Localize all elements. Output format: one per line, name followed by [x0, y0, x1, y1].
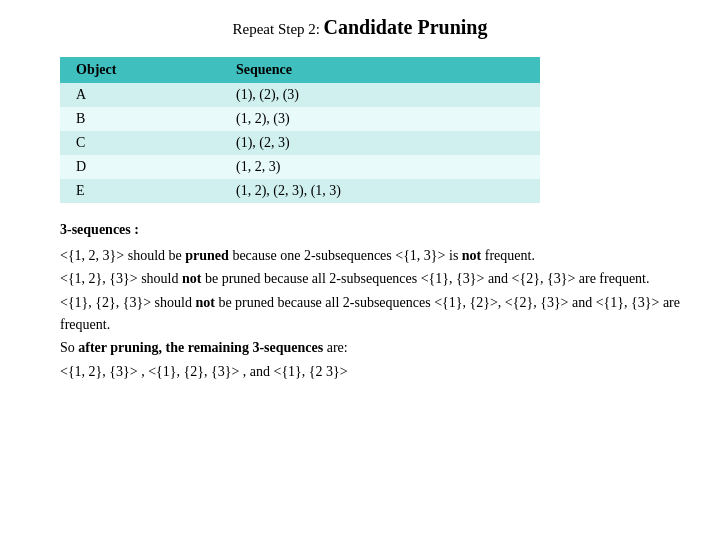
header-sequence: Sequence [220, 57, 540, 83]
table-row: D(1, 2, 3) [60, 155, 540, 179]
sequence-table: Object Sequence A(1), (2), (3)B(1, 2), (… [60, 57, 540, 203]
page: Repeat Step 2: Candidate Pruning Object … [0, 0, 720, 540]
title-prefix: Repeat Step 2: [233, 21, 320, 37]
title-area: Repeat Step 2: Candidate Pruning [40, 10, 680, 39]
cell-sequence: (1, 2), (3) [220, 107, 540, 131]
cell-sequence: (1, 2), (2, 3), (1, 3) [220, 179, 540, 203]
cell-sequence: (1), (2), (3) [220, 83, 540, 107]
paragraph-p2: <{1, 2}, {3}> should not be pruned becau… [60, 268, 680, 290]
cell-object: C [60, 131, 220, 155]
section-label: 3-sequences : [60, 219, 680, 241]
cell-sequence: (1, 2, 3) [220, 155, 540, 179]
paragraph-p3: <{1}, {2}, {3}> should not be pruned bec… [60, 292, 680, 335]
paragraph-p5: <{1, 2}, {3}> , <{1}, {2}, {3}> , and <{… [60, 361, 680, 383]
cell-object: B [60, 107, 220, 131]
cell-object: E [60, 179, 220, 203]
table-row: B(1, 2), (3) [60, 107, 540, 131]
cell-sequence: (1), (2, 3) [220, 131, 540, 155]
title-main: Candidate Pruning [324, 16, 488, 38]
cell-object: A [60, 83, 220, 107]
content-area: 3-sequences : <{1, 2, 3}> should be prun… [60, 219, 680, 383]
header-object: Object [60, 57, 220, 83]
paragraph-p4: So after pruning, the remaining 3-sequen… [60, 337, 680, 359]
cell-object: D [60, 155, 220, 179]
paragraph-p1: <{1, 2, 3}> should be pruned because one… [60, 245, 680, 267]
table-row: C(1), (2, 3) [60, 131, 540, 155]
table-row: E(1, 2), (2, 3), (1, 3) [60, 179, 540, 203]
table-row: A(1), (2), (3) [60, 83, 540, 107]
